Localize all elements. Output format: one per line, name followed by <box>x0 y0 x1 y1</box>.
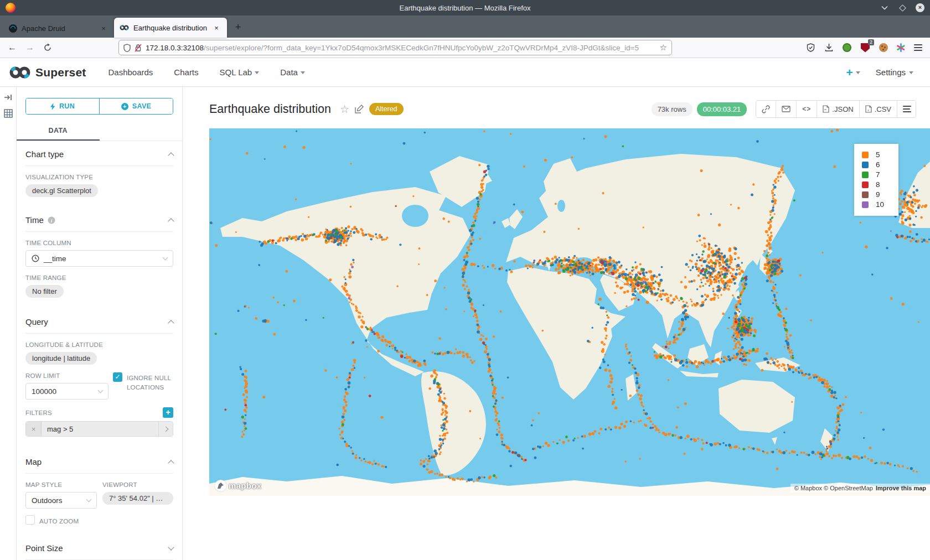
reload-button[interactable] <box>40 40 55 55</box>
row-limit-select[interactable]: 100000 <box>25 383 108 400</box>
legend-label: 7 <box>876 170 880 179</box>
save-button[interactable]: + SAVE <box>99 98 173 114</box>
favorite-star-icon[interactable]: ☆ <box>340 103 349 116</box>
filter-expand-icon[interactable] <box>158 422 173 436</box>
section-time[interactable]: Time i <box>25 207 173 232</box>
checkbox-checked-icon[interactable]: ✓ <box>113 372 122 382</box>
copy-link-button[interactable] <box>756 101 776 117</box>
nav-data[interactable]: Data <box>280 68 305 77</box>
tab-label: Apache Druid <box>22 24 65 33</box>
improve-map-link[interactable]: Improve this map <box>876 485 926 491</box>
tracking-shield-icon[interactable] <box>123 44 131 52</box>
ignore-null-checkbox-row[interactable]: ✓ IGNORE NULL LOCATIONS <box>113 372 173 393</box>
plus-circle-icon: + <box>121 103 128 110</box>
hamburger-icon <box>903 108 910 110</box>
auto-zoom-label: AUTO ZOOM <box>39 515 79 526</box>
pocket-shield-icon[interactable] <box>805 42 816 53</box>
superset-favicon-icon <box>120 24 129 31</box>
bookmark-star-icon[interactable]: ☆ <box>660 43 667 53</box>
section-chart-type[interactable]: Chart type <box>25 141 173 166</box>
svg-text:x: x <box>867 108 869 112</box>
tab-earthquake-distribution[interactable]: Earthquake distribution × <box>114 18 227 38</box>
map-style-select[interactable]: Outdoors <box>25 492 97 509</box>
chart-menu-button[interactable] <box>897 101 916 117</box>
window-maximize-button[interactable] <box>899 4 906 12</box>
dataset-icon-strip <box>0 87 17 560</box>
plus-icon: + <box>846 67 853 78</box>
code-icon: <> <box>802 105 811 113</box>
url-text[interactable]: 172.18.0.3:32108/superset/explore/?form_… <box>146 44 656 52</box>
export-csv-button[interactable]: x .CSV <box>859 101 897 117</box>
new-item-button[interactable]: + <box>846 67 860 78</box>
legend-label: 6 <box>876 160 880 169</box>
lonlat-value[interactable]: longitude | latitude <box>25 352 97 365</box>
url-host: 172.18.0.3:32108 <box>146 44 204 52</box>
cookie-extension-icon[interactable] <box>878 42 889 53</box>
tab-close-icon[interactable]: × <box>211 24 221 32</box>
brand-name: Superset <box>35 66 86 79</box>
downloads-icon[interactable] <box>823 42 834 53</box>
menu-hamburger-icon[interactable] <box>912 42 923 53</box>
tab-data[interactable]: DATA <box>17 123 100 141</box>
superset-brand[interactable]: Superset <box>9 66 86 79</box>
tab-label: Earthquake distribution <box>133 24 207 32</box>
legend-label: 5 <box>876 151 880 159</box>
run-button[interactable]: RUN <box>26 98 99 114</box>
altered-badge[interactable]: Altered <box>369 103 404 115</box>
section-point-size[interactable]: Point Size <box>25 535 173 560</box>
superset-navbar: Superset Dashboards Charts SQL Lab Data … <box>0 58 930 87</box>
legend-swatch-icon <box>862 182 869 188</box>
edit-title-icon[interactable] <box>355 105 364 113</box>
tab-apache-druid[interactable]: Apache Druid × <box>3 19 114 38</box>
insecure-lock-icon[interactable] <box>135 44 142 52</box>
link-icon <box>762 105 770 113</box>
section-query[interactable]: Query <box>25 309 173 334</box>
ublock-shield-icon[interactable]: 2 <box>860 42 871 53</box>
extension-green-icon[interactable] <box>841 42 852 53</box>
tab-close-icon[interactable]: × <box>99 24 108 33</box>
new-tab-button[interactable]: + <box>230 20 246 35</box>
remove-filter-icon[interactable]: × <box>26 422 42 436</box>
dataset-grid-icon[interactable] <box>4 109 13 118</box>
viewport-label: VIEWPORT <box>102 481 173 488</box>
embed-code-button[interactable]: <> <box>796 101 817 117</box>
expand-panel-icon[interactable] <box>4 94 12 101</box>
window-minimize-button[interactable] <box>880 3 889 12</box>
url-bar[interactable]: 172.18.0.3:32108/superset/explore/?form_… <box>118 40 672 55</box>
nav-dashboards[interactable]: Dashboards <box>108 68 153 77</box>
legend-entry: 7 <box>862 170 898 180</box>
chevron-down-icon <box>168 545 174 551</box>
legend-swatch-icon <box>862 191 869 198</box>
filters-label: FILTERS <box>25 409 52 416</box>
multi-account-containers-icon[interactable] <box>896 43 905 52</box>
nav-sql-lab[interactable]: SQL Lab <box>220 68 260 77</box>
forward-button[interactable]: → <box>22 40 38 55</box>
window-close-button[interactable]: × <box>916 3 924 12</box>
back-button[interactable]: ← <box>4 40 20 55</box>
checkbox-empty-icon[interactable] <box>25 515 35 525</box>
legend-entry: 8 <box>862 180 898 190</box>
time-column-select[interactable]: __time <box>25 250 173 267</box>
earthquake-points-layer[interactable] <box>209 128 930 496</box>
nav-charts[interactable]: Charts <box>174 68 198 77</box>
deckgl-scatter-map[interactable]: 5678910 mapbox © Mapbox © OpenStreetMap … <box>209 128 930 496</box>
auto-zoom-checkbox-row[interactable]: AUTO ZOOM <box>25 515 97 526</box>
settings-menu[interactable]: Settings <box>876 68 913 77</box>
export-json-button[interactable]: .JSON <box>817 101 859 117</box>
section-map[interactable]: Map <box>25 449 173 474</box>
filter-control[interactable]: × mag > 5 <box>25 421 173 437</box>
attribution-text[interactable]: © Mapbox © OpenStreetMap <box>794 485 873 491</box>
legend-label: 8 <box>876 180 880 189</box>
map-style-label: MAP STYLE <box>25 481 97 488</box>
legend-swatch-icon <box>862 152 869 158</box>
time-range-value[interactable]: No filter <box>25 285 64 298</box>
viewport-value[interactable]: 7° 35' 54.02" | 31... <box>102 492 173 505</box>
add-filter-button[interactable]: + <box>163 407 173 418</box>
query-timer-badge: 00:00:03.21 <box>697 102 747 116</box>
mapbox-logo[interactable]: mapbox <box>215 480 261 491</box>
filter-value[interactable]: mag > 5 <box>42 422 158 436</box>
map-style-value: Outdoors <box>32 496 63 505</box>
email-button[interactable] <box>776 101 796 117</box>
lightning-icon <box>50 103 55 110</box>
viz-type-value[interactable]: deck.gl Scatterplot <box>25 184 98 197</box>
